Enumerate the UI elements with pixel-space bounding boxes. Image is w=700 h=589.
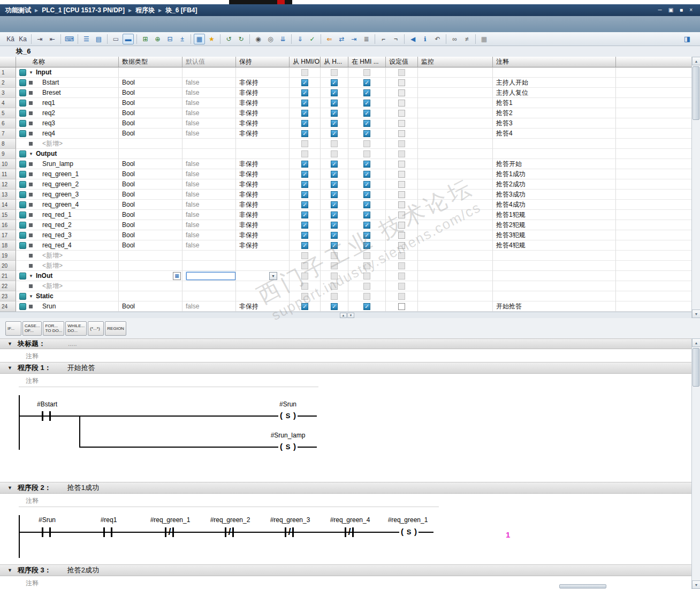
previous-error-icon[interactable]: ◀ [407,34,419,44]
in-hmi-checkbox[interactable]: ✓ [363,100,370,107]
operand-label[interactable]: #Srun [256,401,320,408]
load-snapshot-icon[interactable]: ◎ [265,34,276,44]
setpoint-checkbox[interactable] [398,191,405,198]
data-type-cell[interactable]: Bool [119,129,182,139]
maximize-icon[interactable]: ■ [680,7,683,13]
default-value-cell[interactable] [182,139,236,149]
comment-cell[interactable] [493,149,616,159]
breadcrumb-item[interactable]: 程序块 [135,6,155,15]
default-value-cell[interactable] [182,271,236,281]
setpoint-checkbox[interactable] [398,161,405,168]
comment-cell[interactable]: 抢答1犯规 [493,210,616,220]
setpoint-checkbox[interactable] [398,89,405,96]
in-hmi-checkbox[interactable] [363,69,370,76]
in-hmi-checkbox[interactable]: ✓ [363,120,370,127]
set-coil-icon[interactable]: S [399,527,419,537]
section-name[interactable]: Output [36,150,57,157]
header-data-type[interactable]: 数据类型 [119,57,182,67]
retain-cell[interactable] [236,149,290,159]
in-hmi-checkbox[interactable] [363,293,370,300]
favorites-icon[interactable]: ★ [206,34,217,44]
add-parameter-icon[interactable]: ± [177,34,188,44]
hmi-opc-checkbox[interactable] [301,293,308,300]
row-number[interactable]: 7 [0,129,16,139]
operand-label[interactable]: #Srun_lamp [256,432,320,439]
operand-label[interactable]: #req_green_1 [138,516,202,524]
comment-cell[interactable]: 抢答4 [493,129,616,139]
operand-label[interactable]: #req1 [77,516,141,524]
default-value-cell[interactable]: false [182,108,236,118]
variable-name[interactable]: req_green_2 [42,180,79,188]
in-hmi-checkbox[interactable] [363,252,370,259]
variable-name[interactable]: Srun [42,303,56,310]
variable-name[interactable]: req_red_3 [42,231,72,239]
in-hmi-checkbox[interactable]: ✓ [363,130,370,137]
snapshot-icon[interactable]: ◉ [253,34,264,44]
from-h-checkbox[interactable]: ✓ [331,201,338,208]
splitter-up-icon[interactable]: ▲ [340,313,347,318]
insert-row-icon[interactable]: ⊞ [140,34,151,44]
symbolic-operands-icon[interactable]: Ka [17,34,28,44]
name-cell[interactable]: req_red_4 [16,240,119,251]
nc-contact-icon[interactable]: / [285,527,295,537]
row-number[interactable]: 8 [0,139,16,149]
name-cell[interactable]: <新增> [16,281,119,291]
row-number[interactable]: 13 [0,190,16,200]
comment-cell[interactable]: 抢答2成功 [493,179,616,190]
copy-snapshot-values-icon[interactable]: ⇊ [277,34,288,44]
hmi-opc-checkbox[interactable]: ✓ [301,303,308,310]
add-row-icon[interactable]: ⊕ [152,34,163,44]
name-cell[interactable]: req_green_1 [16,169,119,179]
retain-cell[interactable]: 非保持 [236,98,290,108]
setpoint-checkbox[interactable] [398,69,405,76]
from-h-checkbox[interactable]: ✓ [331,100,338,107]
comment-cell[interactable]: 主持人复位 [493,88,616,98]
setpoint-checkbox[interactable] [398,171,405,178]
default-value-cell[interactable]: false [182,301,236,312]
data-type-cell[interactable]: Bool [119,169,182,179]
name-cell[interactable]: <新增> [16,261,119,271]
snippet-if-button[interactable]: IF... [5,321,21,336]
default-value-cell[interactable]: false [182,210,236,220]
hmi-opc-checkbox[interactable]: ✓ [301,110,308,117]
operand-label[interactable]: #Bstart [15,401,79,408]
hmi-opc-checkbox[interactable]: ✓ [301,161,308,168]
name-cell[interactable]: req_green_4 [16,200,119,210]
data-type-cell[interactable]: Bool [119,220,182,230]
name-cell[interactable]: Srun_lamp [16,159,119,169]
data-type-cell[interactable]: Bool [119,179,182,190]
retain-cell[interactable]: ▼ [236,271,290,281]
setpoint-checkbox[interactable] [398,273,405,280]
close-icon[interactable]: × [689,7,693,13]
network-1-title[interactable]: 开始抢答 [67,363,95,373]
setpoint-checkbox[interactable] [398,232,405,239]
row-number[interactable]: 17 [0,230,16,240]
scroll-down-icon[interactable]: ▼ [692,580,700,589]
retain-cell[interactable]: 非保持 [236,159,290,169]
comment-cell[interactable]: 开始抢答 [493,301,616,312]
hmi-opc-checkbox[interactable]: ✓ [301,130,308,137]
section-name[interactable]: Input [36,69,51,76]
download-start-values-icon[interactable]: ⇓ [294,34,306,44]
data-type-cell[interactable]: Bool [119,200,182,210]
data-type-cell[interactable]: ▦ [119,271,182,281]
in-hmi-checkbox[interactable]: ✓ [363,161,370,168]
in-hmi-checkbox[interactable] [363,150,370,157]
row-number[interactable]: 23 [0,291,16,301]
name-cell[interactable]: req_green_3 [16,190,119,200]
from-h-checkbox[interactable]: ✓ [331,130,338,137]
header-from-h[interactable]: 从 H... [321,57,348,67]
data-type-browse-button[interactable]: ▦ [173,272,181,280]
name-cell[interactable]: req2 [16,108,119,118]
hmi-opc-checkbox[interactable]: ✓ [301,201,308,208]
row-number[interactable]: 2 [0,78,16,88]
operand-label[interactable]: #req_green_2 [198,516,262,524]
hmi-opc-checkbox[interactable] [301,150,308,157]
retain-cell[interactable]: 非保持 [236,210,290,220]
header-comment[interactable]: 注释 [493,57,616,67]
retain-cell[interactable] [236,281,290,291]
hmi-opc-checkbox[interactable]: ✓ [301,222,308,229]
default-value-cell[interactable]: false [182,98,236,108]
setpoint-checkbox[interactable] [398,201,405,208]
name-cell[interactable]: req4 [16,129,119,139]
